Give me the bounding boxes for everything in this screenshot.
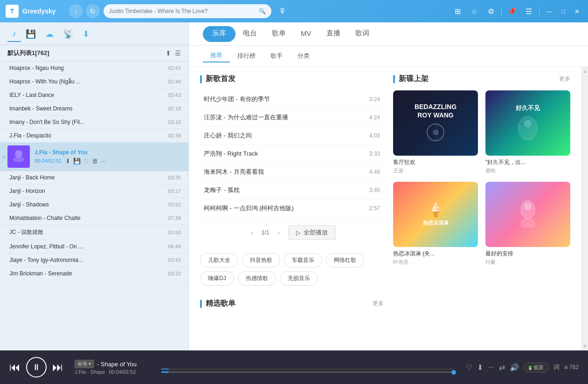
song-item[interactable]: 严浩翔 - Right Track 3:33 [200,145,384,163]
song-title: Imany - Don't Be So Shy (Fil... [9,119,168,125]
song-duration: 03:35 [168,175,181,180]
scroll-down-arrow[interactable]: ▼ [583,343,588,349]
sidebar-tab-cloud[interactable]: ☁ [41,27,58,42]
song-item[interactable]: 时代少年团 - 有你的季节 3:24 [200,90,384,109]
sidebar-tab-music[interactable]: ♪ [7,27,21,42]
more-button[interactable]: ··· [488,363,494,371]
song-duration: 3:24 [369,96,380,103]
pin-icon[interactable]: 📌 [505,5,519,18]
tag-lossless[interactable]: 无损音乐 [280,271,318,286]
delete-icon[interactable]: 🗑 [92,158,98,165]
tag-driving[interactable]: 车载音乐 [284,253,322,267]
quality-indicator: ● [529,366,532,369]
song-duration: 02:18 [168,106,181,111]
albums-more[interactable]: 更多 [559,75,570,83]
subnav-artists[interactable]: 歌手 [263,50,290,62]
album-cover: BEDAZZLINGROY WANG [393,90,478,156]
progress-handle[interactable] [451,370,456,375]
playlist-button[interactable]: ≡ 762 [564,363,579,371]
refresh-button[interactable]: ↻ [86,4,100,18]
song-item[interactable]: 龙梅子 - 孤枕 3:45 [200,181,384,199]
list-item[interactable]: JC - 说散就散 03:50 [0,225,188,240]
list-item[interactable]: Jim Brickman - Serenade 03:32 [0,267,188,281]
song-item[interactable]: 海来阿木 - 月亮看看我 4:49 [200,163,384,181]
star-icon[interactable]: ☆ [468,5,481,18]
sidebar-tab-local[interactable]: 💾 [21,27,41,42]
save-icon[interactable]: 💾 [73,158,81,165]
tab-playlist[interactable]: 歌单 [264,22,293,46]
download-button[interactable]: ⬇ [477,363,483,372]
list-item[interactable]: Janji - Back Home 03:35 [0,171,188,185]
prev-page-button[interactable]: ‹ [248,228,256,237]
love-button[interactable]: ♡ [466,363,472,372]
player-controls: ⏮ ⏸ ⏭ [9,357,63,377]
list-item[interactable]: Jiaye - Tony Igy-Astronomia... 03:43 [0,254,188,267]
progress-bar[interactable] [161,371,454,373]
next-track-button[interactable]: ⏭ [52,361,63,374]
list-item[interactable]: Imany - Don't Be So Shy (Fil... 03:10 [0,116,188,129]
maximize-button[interactable]: □ [559,8,568,15]
list-item[interactable]: Hoaprox - Ngau Hung 02:41 [0,62,188,75]
gear-icon[interactable]: ⚙ [484,5,498,18]
curated-more[interactable]: 更多 [373,300,384,308]
list-item[interactable]: Janji - Shadows 03:52 [0,198,188,212]
scroll-up-arrow[interactable]: ▲ [583,69,588,74]
song-title: 庄心妍 - 我们之间 [204,131,369,140]
album-card[interactable]: BEDAZZLINGROY WANG [393,90,478,174]
export-icon[interactable]: ⬆ [166,49,171,57]
song-item[interactable]: 柯柯柯啊 - 一点归鸿 (柯柯吉他版) 2:57 [200,199,384,218]
shuffle-button[interactable]: ⇄ [499,363,505,372]
list-item[interactable]: Jennifer Lopez, Pitbull - On ... 04:48 [0,240,188,254]
subnav-categories[interactable]: 分类 [290,50,317,62]
tab-mv[interactable]: MV [293,23,319,45]
more-icon[interactable]: ··· [101,158,106,165]
album-card[interactable]: 好久不见 "好久不见，出... 鹿晗 [485,90,570,174]
album-card[interactable]: 🍦 热恋冰淇淋 热恋冰淇淋 (夹... 叶浩浩 [393,182,478,266]
menu-icon[interactable]: ☰ [522,5,535,18]
active-list-item[interactable]: + J.Fla - Shape of You 00:04/02:52 ⬇ � [0,143,188,171]
tag-douyin[interactable]: 抖音热歌 [242,253,280,267]
playlist-menu-icon[interactable]: ☰ [175,49,181,57]
player-song-title: - Shape of You [97,361,137,368]
list-item[interactable]: Hoaprox - With You (Ngẫu ... 02:46 [0,75,188,89]
song-item[interactable]: 汪苏泷 - 为什么难过一直在重播 4:24 [200,109,384,127]
grid-icon[interactable]: ⊞ [451,5,464,18]
tab-lyrics[interactable]: 歌词 [348,22,377,46]
quality-button[interactable]: ● 低音 [524,363,549,372]
download-icon[interactable]: ⬇ [65,158,70,165]
album-cover: 🍦 热恋冰淇淋 [393,182,478,247]
progress-area[interactable] [157,362,458,373]
love-icon[interactable]: ♡ [83,158,89,165]
quality-selector[interactable]: 标准 ▾ [75,360,94,368]
sidebar-tab-radio[interactable]: 📡 [58,27,78,42]
tag-dj[interactable]: 嗨爆DJ [200,271,234,286]
close-button[interactable]: ✕ [572,8,582,15]
song-item[interactable]: 庄心妍 - 我们之间 4:03 [200,127,384,145]
minimize-button[interactable]: — [543,8,555,15]
next-page-button[interactable]: › [275,228,283,237]
list-item[interactable]: Janji - Horizon 03:17 [0,185,188,198]
volume-button[interactable]: 🔊 [510,363,519,372]
tag-internet[interactable]: 网络红歌 [326,253,364,267]
tab-radio[interactable]: 电台 [235,22,264,46]
search-input[interactable] [109,8,255,14]
play-all-button[interactable]: ▷ 全部播放 [288,225,336,240]
tag-sad[interactable]: 伤感情歌 [238,271,276,286]
tag-childrens[interactable]: 儿歌大全 [200,253,238,267]
play-pause-button[interactable]: ⏸ [26,357,47,377]
tab-library[interactable]: 乐库 [203,26,235,42]
prev-track-button[interactable]: ⏮ [9,361,21,374]
subnav-recommend[interactable]: 推荐 [203,49,230,62]
list-item[interactable]: IELY - Last Dance 03:43 [0,89,188,102]
album-card[interactable]: 最好的安排 付豪 [485,182,570,266]
sidebar-tab-download[interactable]: ⬇ [78,27,94,42]
song-title: Janji - Back Home [9,174,168,181]
list-item[interactable]: J.Fla - Despacito 02:38 [0,129,188,143]
lyrics-button[interactable]: 词 [553,363,560,371]
list-item[interactable]: Imanbek - Sweet Dreams 02:18 [0,102,188,116]
subnav-charts[interactable]: 排行榜 [230,50,263,62]
tab-live[interactable]: 直播 [319,22,348,46]
back-button[interactable]: ‹ [69,4,83,18]
mic-icon[interactable]: 🎙 [279,7,286,15]
list-item[interactable]: Mohabbatein - Chalte Chalte 07:38 [0,212,188,225]
